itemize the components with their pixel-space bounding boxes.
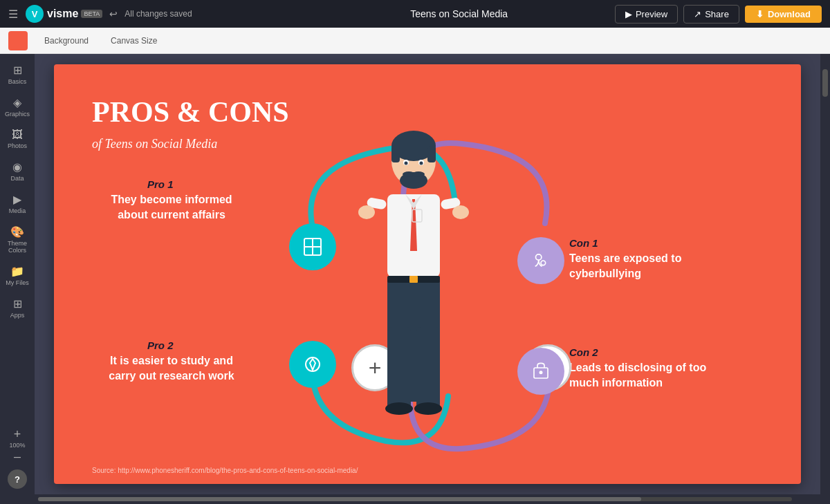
svg-point-18: [420, 162, 423, 165]
download-wrapper: ⬇ Download ➜: [745, 6, 822, 23]
top-bar-left: ☰ V visme BETA ↩ All changes saved: [8, 4, 303, 24]
pro1-circle: [289, 223, 336, 270]
svg-point-29: [385, 402, 413, 415]
svg-point-35: [412, 171, 425, 177]
beta-badge: BETA: [81, 10, 102, 18]
sidebar-item-basics[interactable]: ⊞ Basics: [2, 59, 33, 89]
scroll-thumb-bottom[interactable]: [38, 497, 641, 501]
background-button[interactable]: Background: [39, 33, 94, 48]
svg-rect-28: [416, 327, 440, 410]
svg-rect-32: [409, 276, 418, 283]
scroll-thumb-right[interactable]: [822, 69, 828, 97]
pro2-circle: [289, 341, 336, 388]
sidebar-label-my-files: My Files: [6, 279, 29, 286]
share-button[interactable]: ↗ Share: [683, 5, 739, 24]
sidebar-label-theme-colors: Theme Colors: [5, 240, 30, 254]
pro2-label: Pro 2: [147, 339, 174, 351]
svg-point-25: [452, 205, 469, 219]
sidebar-item-photos[interactable]: 🖼 Photos: [2, 124, 33, 153]
logo-text: visme: [47, 8, 78, 20]
sidebar-bottom: + 100% – ?: [8, 428, 27, 494]
background-color-swatch[interactable]: [8, 31, 28, 50]
svg-rect-12: [391, 146, 400, 162]
sidebar-label-photos: Photos: [8, 142, 27, 149]
undo-button[interactable]: ↩: [109, 8, 118, 19]
con1-label: Con 1: [569, 237, 598, 249]
sidebar-label-apps: Apps: [10, 312, 25, 319]
preview-button[interactable]: ▶ Preview: [615, 5, 678, 24]
sidebar: ⊞ Basics ◈ Graphics 🖼 Photos ◉ Data ▶ Me…: [0, 54, 35, 494]
svg-rect-27: [387, 327, 411, 410]
photos-icon: 🖼: [12, 129, 23, 141]
svg-point-17: [405, 162, 408, 165]
person-illustration: [351, 120, 476, 458]
theme-colors-icon: 🎨: [10, 225, 24, 239]
help-button[interactable]: ?: [8, 469, 27, 489]
infographic-title: PROS & CONS: [92, 95, 289, 129]
zoom-controls: + 100% –: [9, 428, 25, 463]
data-icon: ◉: [12, 160, 22, 174]
download-button[interactable]: ⬇ Download: [745, 6, 822, 23]
graphics-icon: ◈: [13, 96, 21, 109]
sidebar-label-basics: Basics: [8, 78, 27, 85]
sidebar-item-apps[interactable]: ⊞ Apps: [2, 293, 33, 323]
logo: V visme BETA: [25, 4, 102, 24]
con2-label: Con 2: [569, 346, 598, 358]
canvas-size-button[interactable]: Canvas Size: [105, 33, 163, 48]
top-bar: ☰ V visme BETA ↩ All changes saved Teens…: [0, 0, 830, 28]
svg-text:V: V: [32, 9, 38, 19]
sidebar-item-data[interactable]: ◉ Data: [2, 156, 33, 186]
pro1-text: They become informed about current affai…: [95, 192, 248, 223]
svg-point-6: [536, 254, 542, 260]
con2-text: Leads to disclosing of too much informat…: [569, 360, 721, 391]
autosave-status: All changes saved: [124, 9, 192, 19]
pro2-text: It is easier to study and carry out rese…: [95, 353, 248, 384]
canvas-area: PROS & CONS of Teens on Social Media Pro…: [35, 54, 820, 494]
menu-icon[interactable]: ☰: [8, 8, 18, 21]
infographic-subtitle: of Teens on Social Media: [92, 137, 217, 151]
share-icon: ↗: [694, 9, 701, 19]
sidebar-label-graphics: Graphics: [5, 111, 30, 118]
main-area: ⊞ Basics ◈ Graphics 🖼 Photos ◉ Data ▶ Me…: [0, 54, 830, 494]
svg-point-24: [358, 205, 375, 219]
sidebar-label-media: Media: [9, 207, 26, 214]
con1-text: Teens are exposed to cyberbullying: [569, 251, 721, 282]
logo-icon: V: [25, 4, 44, 24]
sidebar-item-my-files[interactable]: 📁 My Files: [2, 261, 33, 290]
scroll-track-bottom[interactable]: [38, 497, 792, 501]
con1-circle: [517, 237, 564, 284]
basics-icon: ⊞: [13, 64, 22, 77]
document-title: Teens on Social Media: [311, 8, 606, 19]
sidebar-label-data: Data: [10, 175, 24, 182]
my-files-icon: 📁: [10, 265, 24, 278]
media-icon: ▶: [13, 193, 21, 206]
sidebar-item-theme-colors[interactable]: 🎨 Theme Colors: [2, 221, 33, 258]
scrollbar-bottom: [0, 494, 830, 504]
sidebar-item-media[interactable]: ▶ Media: [2, 189, 33, 218]
source-text: Source: http://www.phonesheriff.com/blog…: [92, 467, 358, 474]
svg-point-7: [541, 261, 546, 265]
pro1-label: Pro 1: [147, 178, 174, 190]
scrollbar-right[interactable]: [820, 54, 830, 494]
apps-icon: ⊞: [13, 297, 22, 310]
con2-circle: [517, 348, 564, 395]
zoom-level: 100%: [9, 442, 25, 449]
svg-point-9: [540, 371, 543, 374]
sidebar-item-graphics[interactable]: ◈ Graphics: [2, 92, 33, 122]
infographic-canvas[interactable]: PROS & CONS of Teens on Social Media Pro…: [54, 64, 801, 484]
zoom-out-button[interactable]: –: [14, 450, 21, 463]
secondary-bar: Background Canvas Size: [0, 28, 830, 54]
svg-point-30: [414, 402, 442, 415]
zoom-in-button[interactable]: +: [14, 428, 21, 440]
preview-icon: ▶: [625, 9, 632, 19]
download-icon: ⬇: [756, 9, 764, 19]
top-bar-right: ▶ Preview ↗ Share ⬇ Download ➜: [615, 5, 822, 24]
svg-rect-13: [427, 146, 436, 162]
